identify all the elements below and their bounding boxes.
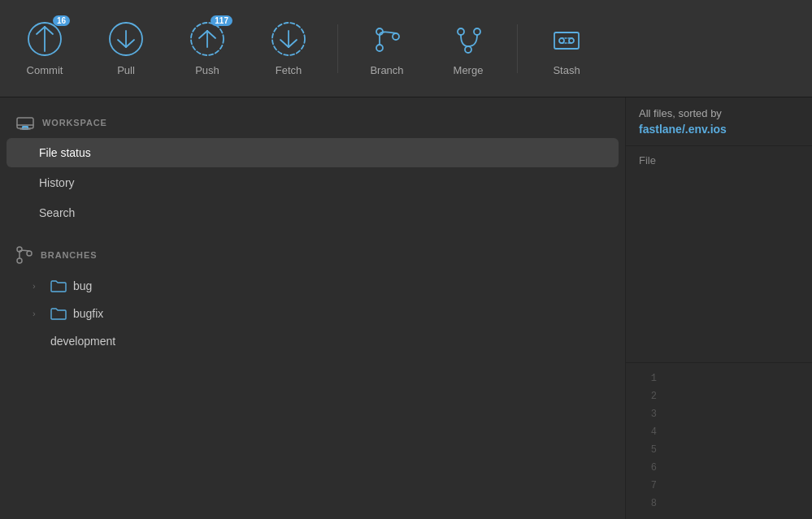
folder-icon-bug [50,279,67,292]
right-panel-content: File [626,146,812,363]
branch-button[interactable]: Branch [350,8,423,89]
line-8: 8 [651,495,657,513]
branch-item-bug[interactable]: › bug [0,272,625,300]
branches-icon [16,246,33,264]
right-panel: All files, sorted by fastlane/.env.ios F… [626,97,812,519]
pull-label: Pull [117,64,135,76]
fetch-label: Fetch [276,64,302,76]
push-button[interactable]: 117 Push [171,8,244,89]
branch-label-bugfix: bugfix [73,307,103,320]
line-7: 7 [651,477,657,495]
svg-line-6 [118,40,126,47]
svg-point-34 [27,251,32,256]
file-status-label: File status [39,146,91,159]
chevron-icon-bug: › [33,281,44,291]
fetch-button[interactable]: Fetch [252,8,325,89]
line-numbers: 1 2 3 4 5 6 7 8 [626,363,667,519]
line-5: 5 [651,441,657,459]
svg-line-14 [280,40,289,47]
commit-button[interactable]: 16 Commit [8,8,81,89]
line-2: 2 [651,387,657,405]
stash-icon [548,20,585,58]
stash-label: Stash [553,64,580,76]
main-layout: WORKSPACE File status History Search [0,97,812,519]
line-3: 3 [651,405,657,423]
merge-icon [449,20,487,58]
line-6: 6 [651,459,657,477]
pull-button[interactable]: Pull [89,8,163,89]
line-1: 1 [651,370,657,387]
workspace-title: WORKSPACE [42,118,107,128]
history-label: History [39,176,75,189]
toolbar: 16 Commit Pull 117 Push [0,0,812,97]
branches-title: BRANCHES [41,250,97,260]
filename-label: fastlane/.env.ios [639,123,799,136]
branch-item-development[interactable]: development [0,327,625,355]
file-col-header: File [626,146,812,363]
svg-line-11 [207,31,215,38]
branch-label-development: development [50,335,115,348]
commit-badge: 16 [53,15,70,26]
svg-line-10 [199,31,207,38]
branch-item-bugfix[interactable]: › bugfix [0,300,625,327]
svg-point-18 [393,33,399,40]
commit-icon: 16 [26,20,63,58]
pull-icon [107,20,145,58]
branch-icon [368,20,406,58]
svg-point-33 [17,258,22,263]
merge-button[interactable]: Merge [432,8,505,89]
branch-label: Branch [370,64,403,76]
search-label: Search [39,206,75,219]
svg-point-17 [376,45,383,51]
svg-line-7 [126,40,134,47]
commit-label: Commit [27,64,63,76]
svg-line-3 [45,27,53,34]
svg-line-2 [37,27,45,34]
fetch-icon [270,20,307,58]
toolbar-separator [337,24,338,73]
sidebar-item-history[interactable]: History [7,168,619,197]
svg-point-25 [569,38,574,43]
workspace-icon [16,115,34,130]
branch-label-bug: bug [73,279,92,292]
right-panel-header: All files, sorted by fastlane/.env.ios [626,97,812,146]
line-4: 4 [651,423,657,441]
workspace-header: WORKSPACE [0,110,625,135]
svg-point-20 [458,28,464,35]
folder-icon-bugfix [50,307,67,320]
branches-header: BRANCHES [0,241,625,269]
push-badge: 117 [211,15,232,26]
toolbar-separator-2 [517,24,518,73]
svg-point-21 [474,28,480,35]
chevron-icon-bugfix: › [33,309,44,318]
push-label: Push [195,64,219,76]
sort-label: All files, sorted by [639,107,799,119]
sidebar-item-file-status[interactable]: File status [7,138,619,167]
stash-button[interactable]: Stash [530,8,603,89]
branches-section: BRANCHES › bug › bugfix dev [0,235,625,361]
merge-label: Merge [454,64,484,76]
svg-line-15 [289,40,297,47]
sidebar-item-search[interactable]: Search [7,198,619,227]
svg-rect-23 [554,32,579,49]
sidebar: WORKSPACE File status History Search [0,97,626,519]
push-icon: 117 [189,20,226,58]
svg-point-24 [559,38,564,43]
workspace-section: WORKSPACE File status History Search [0,97,625,235]
svg-point-22 [465,46,471,53]
